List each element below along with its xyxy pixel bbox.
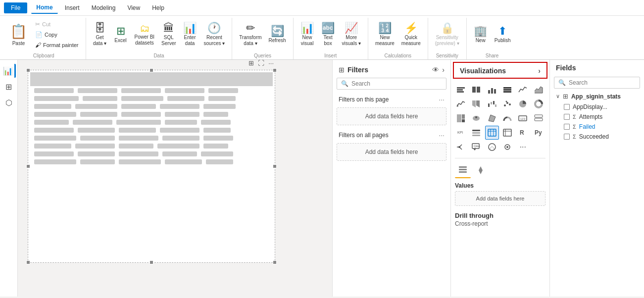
resize-handle-bc[interactable] (149, 260, 153, 264)
menu-insert[interactable]: Insert (60, 2, 85, 13)
viz-icon-more[interactable]: ··· (516, 140, 530, 154)
fields-field-succeeded[interactable]: Σ Succeeded (550, 132, 644, 142)
viz-icon-matrix[interactable] (500, 126, 514, 140)
fields-field-failed[interactable]: Σ Failed (550, 122, 644, 132)
fields-checkbox-appdisplay[interactable] (564, 104, 570, 110)
visual-canvas[interactable]: ⊞ ⛶ ··· (28, 70, 275, 263)
viz-chevron-icon[interactable]: › (538, 67, 541, 75)
viz-icon-clustered-bar[interactable] (469, 83, 483, 97)
filters-search-input[interactable] (351, 80, 442, 87)
transform-data-button[interactable]: ✏ Transformdata ▾ (236, 19, 264, 50)
cut-button[interactable]: ✂ Cut (32, 19, 82, 29)
power-bi-datasets-button[interactable]: 🗂 Power BIdatasets (132, 19, 158, 50)
viz-icon-area-chart[interactable] (532, 83, 545, 97)
viz-icon-table[interactable] (485, 126, 499, 140)
menu-home[interactable]: Home (31, 2, 57, 14)
new-button[interactable]: 🏢 New (471, 19, 491, 50)
filters-search-box[interactable]: 🔍 (337, 78, 446, 90)
fields-field-attempts[interactable]: Σ Attempts (550, 112, 644, 122)
fields-search-box[interactable]: 🔍 (554, 77, 640, 89)
recent-sources-button[interactable]: 🕐 Recentsources ▾ (201, 19, 228, 50)
fields-checkbox-succeeded[interactable] (564, 134, 570, 140)
viz-icon-kpi[interactable]: KPI (454, 126, 468, 140)
resize-handle-tc[interactable] (149, 68, 153, 72)
text-box-button[interactable]: 🔤 Textbox (318, 19, 338, 50)
viz-icon-r-visual[interactable]: R (516, 126, 530, 140)
viz-icon-stacked-column[interactable] (485, 83, 499, 97)
filters-chevron-icon[interactable]: › (442, 66, 445, 74)
quick-measure-button[interactable]: ⚡ Quickmeasure (398, 19, 424, 50)
viz-icon-paint-brush[interactable] (500, 140, 514, 154)
viz-icon-python-visual[interactable]: Py (532, 126, 545, 140)
resize-handle-mr[interactable] (273, 164, 277, 168)
file-menu[interactable]: File (4, 2, 27, 13)
viz-icon-filled-map[interactable] (485, 111, 499, 125)
fields-checkbox-attempts[interactable] (564, 114, 570, 120)
viz-icon-arcgis[interactable] (485, 140, 499, 154)
fields-field-appdisplay[interactable]: AppDisplay... (550, 102, 644, 112)
enter-data-button[interactable]: 📊 Enterdata (180, 19, 200, 50)
copy-button[interactable]: 📄 Copy (32, 30, 82, 40)
menu-modeling[interactable]: Modeling (87, 2, 121, 13)
viz-icon-qa[interactable]: Q&A (469, 140, 483, 154)
viz-icon-map[interactable] (469, 111, 483, 125)
filters-on-page-add[interactable]: Add data fields here (337, 107, 446, 125)
fields-table-item[interactable]: ∨ ⊞ App_signin_stats (550, 91, 644, 102)
viz-icon-line-cluster[interactable] (454, 97, 468, 111)
format-painter-button[interactable]: 🖌 Format painter (32, 40, 82, 50)
viz-icon-waterfall[interactable] (485, 97, 499, 111)
new-visual-button[interactable]: 📊 Newvisual (297, 19, 317, 50)
excel-button[interactable]: ⊞ Excel (111, 19, 131, 50)
filters-all-pages-more[interactable]: ··· (439, 131, 445, 139)
model-view-icon[interactable]: ⬡ (2, 96, 16, 109)
resize-handle-tl[interactable] (26, 68, 30, 72)
svg-rect-36 (472, 132, 480, 134)
cell-1 (34, 112, 76, 117)
new-measure-button[interactable]: 🔢 Newmeasure (372, 19, 397, 50)
menu-help[interactable]: Help (147, 2, 169, 13)
more-visuals-button[interactable]: 📈 Morevisuals ▾ (339, 19, 364, 50)
resize-handle-ml[interactable] (26, 164, 30, 168)
sql-server-button[interactable]: 🏛 SQLServer (158, 19, 179, 50)
sensitivity-button[interactable]: 🔒 Sensitivity(preview) ▾ (432, 19, 462, 50)
data-view-icon[interactable]: ⊞ (2, 80, 16, 94)
new-label: New (476, 38, 486, 44)
cell-4 (165, 88, 204, 93)
viz-icon-line-chart[interactable] (516, 83, 530, 97)
expand-canvas-icon[interactable]: ⛶ (257, 60, 265, 68)
filter-canvas-icon[interactable]: ⊞ (248, 60, 255, 68)
resize-handle-bl[interactable] (26, 260, 30, 264)
get-data-button[interactable]: 🗄 Getdata ▾ (90, 19, 110, 50)
filters-on-page-more[interactable]: ··· (439, 96, 445, 103)
viz-icon-100pct-bar[interactable] (500, 83, 514, 97)
viz-icon-multirow-card[interactable] (532, 111, 545, 125)
viz-icon-scatter[interactable] (500, 97, 514, 111)
viz-add-field-box[interactable]: Add data fields here (455, 191, 545, 206)
viz-icon-pie[interactable] (516, 97, 530, 111)
viz-icon-donut[interactable] (532, 97, 545, 111)
viz-fields-icon[interactable] (455, 162, 471, 178)
paste-button[interactable]: 📋 Paste (6, 19, 31, 50)
filters-all-pages-add[interactable]: Add data fields here (337, 143, 446, 161)
menu-view[interactable]: View (122, 2, 145, 13)
svg-rect-33 (535, 118, 543, 121)
viz-icon-card[interactable]: 123 (516, 111, 530, 125)
more-canvas-icon[interactable]: ··· (267, 60, 275, 68)
viz-icon-decomp-tree[interactable] (454, 140, 468, 154)
resize-handle-tr[interactable] (273, 68, 277, 72)
filters-eye-icon[interactable]: 👁 (432, 66, 439, 74)
report-view-icon[interactable]: 📊 (2, 64, 16, 78)
insert-group-label: Insert (297, 52, 364, 59)
viz-icon-treemap[interactable] (454, 111, 468, 125)
fields-search-input[interactable] (569, 79, 636, 86)
viz-icon-slicer[interactable] (469, 126, 483, 140)
viz-icon-ribbon[interactable] (469, 97, 483, 111)
refresh-button[interactable]: 🔄 Refresh (266, 19, 289, 50)
viz-icon-gauge[interactable] (500, 111, 514, 125)
resize-handle-br[interactable] (273, 260, 277, 264)
fields-checkbox-failed[interactable] (564, 124, 570, 130)
filters-panel: ⊞ Filters 👁 › 🔍 Filters on this page ···… (332, 60, 451, 297)
viz-icon-stacked-bar[interactable] (454, 83, 468, 97)
viz-format-icon[interactable] (473, 162, 489, 178)
publish-button[interactable]: ⬆ Publish (492, 19, 514, 50)
